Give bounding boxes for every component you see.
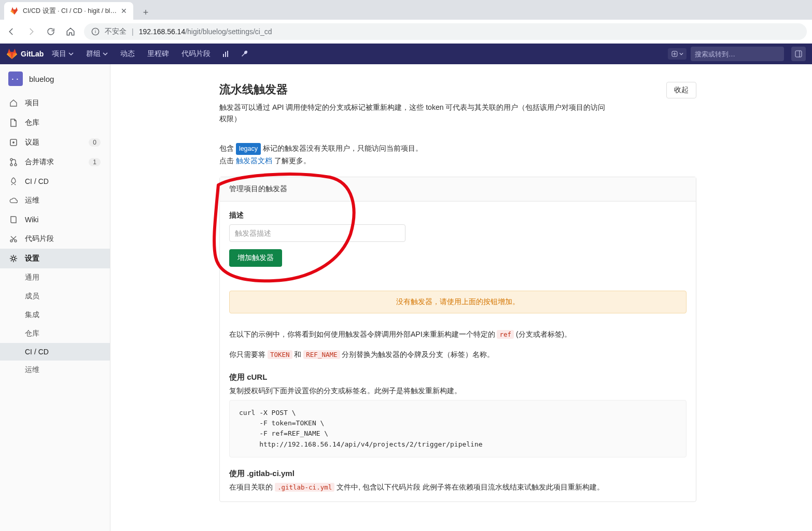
nav-activity[interactable]: 动态 <box>116 44 139 64</box>
no-triggers-alert: 没有触发器，请使用上面的按钮增加。 <box>229 291 687 313</box>
code-token: TOKEN <box>268 350 292 359</box>
nav-projects[interactable]: 项目 <box>48 44 78 64</box>
nav-search[interactable] <box>691 47 784 61</box>
section-title: 流水线触发器 <box>219 82 609 97</box>
home-button[interactable] <box>64 25 77 38</box>
project-avatar: • • <box>8 71 23 86</box>
sidebar-item-settings[interactable]: 设置 <box>0 249 110 268</box>
settings-sub-operations[interactable]: 运维 <box>25 361 110 379</box>
svg-point-8 <box>10 164 12 166</box>
nav-milestones[interactable]: 里程碑 <box>143 44 173 64</box>
mr-badge: 1 <box>89 158 101 166</box>
triggers-panel: 管理项目的触发器 描述 增加触发器 没有触发器，请使用上面的按钮增加。 在以下的… <box>219 177 696 502</box>
add-trigger-button[interactable]: 增加触发器 <box>229 249 282 267</box>
gear-icon <box>9 254 18 263</box>
trigger-docs-link[interactable]: 触发器文档 <box>236 156 272 165</box>
sidebar-header[interactable]: • • bluelog <box>0 64 110 93</box>
issues-badge: 0 <box>89 138 101 147</box>
gitlab-favicon <box>10 7 19 15</box>
sidebar-item-snippets[interactable]: 代码片段 <box>0 229 110 249</box>
url: 192.168.56.14/higit/bluelog/settings/ci_… <box>139 27 272 36</box>
gitlab-brand[interactable]: GitLab <box>6 48 44 60</box>
sidebar-item-operations[interactable]: 运维 <box>0 191 110 210</box>
sidebar-item-merge-requests[interactable]: 合并请求1 <box>0 152 110 172</box>
svg-point-7 <box>10 159 12 161</box>
project-name: bluelog <box>29 75 54 83</box>
settings-sub-cicd[interactable]: CI / CD <box>0 343 110 361</box>
separator: | <box>132 27 134 36</box>
nav-plus-button[interactable] <box>668 48 687 60</box>
sidebar-item-cicd[interactable]: CI / CD <box>0 172 110 191</box>
file-icon <box>9 119 18 127</box>
close-icon[interactable]: ✕ <box>121 7 127 15</box>
browser-chrome: CI/CD 设置 · CI / CD · higit / bl… ✕ + i 不… <box>0 0 812 44</box>
svg-rect-4 <box>795 51 802 57</box>
description-label: 描述 <box>229 211 687 220</box>
tab-strip: CI/CD 设置 · CI / CD · higit / bl… ✕ + <box>0 0 812 20</box>
example-paragraph-1: 在以下的示例中，你将看到如何使用触发器令牌调用外部API来重新构建一个特定的 r… <box>229 328 687 341</box>
address-bar: i 不安全 | 192.168.56.14/higit/bluelog/sett… <box>0 20 812 44</box>
nav-graph-icon[interactable] <box>219 44 233 64</box>
merge-icon <box>9 158 18 166</box>
panel-header: 管理项目的触发器 <box>220 177 696 202</box>
gitlab-topnav: GitLab 项目 群组 动态 里程碑 代码片段 <box>0 44 812 64</box>
new-tab-button[interactable]: + <box>138 5 153 20</box>
yml-heading: 使用 .gitlab-ci.yml <box>229 469 687 479</box>
insecure-label: 不安全 <box>105 27 127 36</box>
omnibox[interactable]: i 不安全 | 192.168.56.14/higit/bluelog/sett… <box>84 23 807 40</box>
sidebar-item-project[interactable]: 项目 <box>0 93 110 113</box>
nav-groups[interactable]: 群组 <box>82 44 112 64</box>
svg-point-12 <box>12 257 15 260</box>
trigger-description-input[interactable] <box>229 224 405 242</box>
sidebar-item-repository[interactable]: 仓库 <box>0 113 110 133</box>
code-ref: ref <box>497 330 514 339</box>
project-sidebar: • • bluelog 项目 仓库 议题0 合并请求1 CI / CD 运维 W… <box>0 64 110 531</box>
nav-sidebar-toggle-icon[interactable] <box>791 47 806 61</box>
section-description: 触发器可以通过 API 调用使特定的分支或标记被重新构建，这些 token 可代… <box>219 102 609 125</box>
yml-description: 在项目关联的 .gitlab-ci.yml 文件中, 包含以下代码片段 此例子将… <box>229 483 687 492</box>
search-input[interactable] <box>695 50 782 58</box>
svg-point-9 <box>15 164 17 166</box>
svg-text:i: i <box>95 29 96 34</box>
page-body: • • bluelog 项目 仓库 议题0 合并请求1 CI / CD 运维 W… <box>0 64 812 531</box>
home-icon <box>9 99 18 107</box>
curl-code-block[interactable]: curl -X POST \ -F token=TOKEN \ -F ref=R… <box>229 400 687 457</box>
settings-submenu: 通用 成员 集成 仓库 CI / CD 运维 <box>0 268 110 379</box>
sidebar-item-wiki[interactable]: Wiki <box>0 210 110 229</box>
site-info-icon[interactable]: i <box>91 27 100 36</box>
collapse-button[interactable]: 收起 <box>666 82 696 98</box>
sidebar-item-issues[interactable]: 议题0 <box>0 133 110 152</box>
legacy-paragraph: 包含 legacy 标记的触发器没有关联用户，只能访问当前项目。 点击 触发器文… <box>219 142 696 167</box>
cloud-icon <box>9 197 18 204</box>
reload-button[interactable] <box>45 25 57 38</box>
nav-snippets[interactable]: 代码片段 <box>177 44 215 64</box>
issues-icon <box>9 138 18 147</box>
book-icon <box>9 216 18 224</box>
brand-text: GitLab <box>21 50 44 58</box>
settings-sub-general[interactable]: 通用 <box>25 268 110 287</box>
rocket-icon <box>9 177 18 185</box>
svg-point-6 <box>12 141 15 143</box>
example-paragraph-2: 你只需要将 TOKEN 和 REF_NAME 分别替换为触发器的令牌及分支（标签… <box>229 348 687 361</box>
back-button[interactable] <box>5 25 18 38</box>
scissors-icon <box>9 235 18 243</box>
code-refname: REF_NAME <box>303 350 340 359</box>
forward-button[interactable] <box>25 25 37 38</box>
main-content: 流水线触发器 触发器可以通过 API 调用使特定的分支或标记被重新构建，这些 t… <box>110 64 812 531</box>
code-gitlab-ci-yml: .gitlab-ci.yml <box>275 483 334 492</box>
curl-description: 复制授权码到下面并设置你的分支或标签名。此例子是将触发重新构建。 <box>229 386 687 396</box>
tab-title: CI/CD 设置 · CI / CD · higit / bl… <box>23 7 117 16</box>
legacy-badge: legacy <box>236 143 261 155</box>
nav-wrench-icon[interactable] <box>237 44 252 64</box>
settings-sub-integrations[interactable]: 集成 <box>25 306 110 324</box>
settings-sub-members[interactable]: 成员 <box>25 287 110 306</box>
curl-heading: 使用 cURL <box>229 372 687 382</box>
browser-tab[interactable]: CI/CD 设置 · CI / CD · higit / bl… ✕ <box>4 2 133 20</box>
settings-sub-repository[interactable]: 仓库 <box>25 324 110 343</box>
